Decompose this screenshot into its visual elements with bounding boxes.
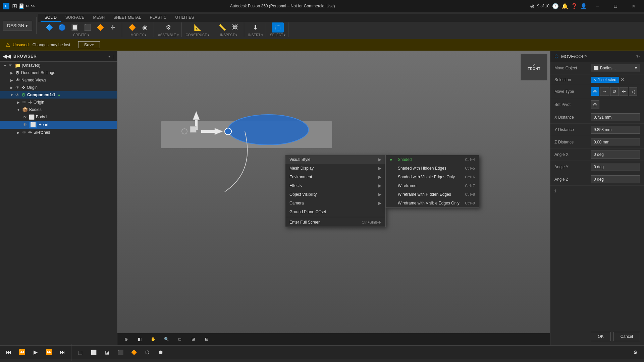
- set-pivot-btn[interactable]: ⊕: [591, 100, 599, 109]
- expand-named-views[interactable]: ▶: [9, 78, 14, 82]
- tree-item-heart[interactable]: 👁 ⬜ Heart: [0, 121, 117, 129]
- save-button[interactable]: Save: [78, 41, 100, 48]
- vp-pan-btn[interactable]: ✋: [147, 336, 159, 343]
- playback-prev[interactable]: ⏪: [16, 348, 28, 357]
- submenu-shaded[interactable]: ● Shaded Ctrl+4: [386, 155, 479, 164]
- tree-item-origin-comp[interactable]: ▶ 👁 ✛ Origin: [0, 99, 117, 106]
- browser-collapse-btn[interactable]: ◀◀: [3, 53, 11, 59]
- z-distance-input[interactable]: [591, 138, 640, 146]
- user-icon[interactable]: 👤: [580, 3, 587, 9]
- browser-expand-icon[interactable]: |: [113, 54, 114, 59]
- selection-clear-btn[interactable]: ✕: [621, 76, 625, 83]
- ctx-visual-style[interactable]: Visual Style ▶: [285, 155, 385, 164]
- clock-icon[interactable]: 🕐: [552, 3, 559, 9]
- help-icon[interactable]: ❓: [571, 3, 578, 9]
- modify-2[interactable]: ◉: [139, 22, 151, 33]
- expand-origin-top[interactable]: ▶: [9, 85, 14, 90]
- eye-unsaved[interactable]: 👁: [9, 63, 13, 68]
- ctx-environment[interactable]: Environment ▶: [285, 173, 385, 181]
- menu-icon[interactable]: ⊞: [12, 2, 17, 10]
- submenu-wireframe[interactable]: Wireframe Ctrl+7: [386, 181, 479, 190]
- vp-snap-btn[interactable]: ⊕: [120, 336, 132, 343]
- timeline-btn1[interactable]: ⬚: [74, 348, 86, 356]
- vp-display2-btn[interactable]: ⊟: [201, 336, 213, 343]
- construct-1[interactable]: 📐: [192, 22, 204, 33]
- tab-utilities[interactable]: UTILITIES: [171, 14, 198, 22]
- tree-item-bodies[interactable]: ▼ 📦 Bodies: [0, 106, 117, 113]
- tab-surface[interactable]: SURFACE: [61, 14, 89, 22]
- submenu-shaded-hidden[interactable]: Shaded with Hidden Edges Ctrl+5: [386, 164, 479, 173]
- tree-item-sketches[interactable]: ▶ 👁 ✏ Sketches: [0, 129, 117, 136]
- tab-mesh[interactable]: MESH: [89, 14, 109, 22]
- ctx-ground-plane[interactable]: Ground Plane Offset: [285, 207, 385, 216]
- panel-expand-icon[interactable]: ≫: [636, 54, 640, 59]
- submenu-wireframe-hidden[interactable]: Wireframe with Hidden Edges Ctrl+8: [386, 190, 479, 199]
- inspect-1[interactable]: 📏: [216, 22, 228, 33]
- view-cube[interactable]: Z FRONT: [521, 54, 547, 80]
- timeline-btn4[interactable]: ⬛: [114, 348, 126, 356]
- browser-settings-icon[interactable]: ●: [108, 54, 111, 59]
- ok-button[interactable]: OK: [591, 332, 610, 341]
- playback-next[interactable]: ⏩: [43, 348, 55, 357]
- expand-bodies[interactable]: ▼: [16, 107, 21, 112]
- timeline-btn7[interactable]: ⬢: [155, 348, 167, 356]
- inspect-2[interactable]: 🖼: [229, 22, 241, 33]
- vp-display-btn[interactable]: □: [174, 336, 186, 343]
- tree-item-component1[interactable]: ▼ 👁 ⚙ Component1:1 ●: [0, 91, 117, 99]
- ctx-mesh-display[interactable]: Mesh Display ▶: [285, 164, 385, 173]
- y-distance-input[interactable]: [591, 126, 640, 134]
- minimize-btn[interactable]: ─: [590, 0, 605, 12]
- eye-component1[interactable]: 👁: [15, 93, 19, 97]
- tab-sheet-metal[interactable]: SHEET METAL: [109, 14, 145, 22]
- expand-sketches[interactable]: ▶: [16, 130, 21, 135]
- cancel-button[interactable]: Cancel: [613, 332, 640, 341]
- submenu-shaded-visible[interactable]: Shaded with Visible Edges Only Ctrl+6: [386, 173, 479, 181]
- ctx-camera[interactable]: Camera ▶: [285, 199, 385, 207]
- create-revolve[interactable]: 🔵: [56, 22, 68, 33]
- angle2-input[interactable]: [591, 163, 640, 171]
- create-6[interactable]: ✛: [107, 22, 119, 33]
- create-5[interactable]: 🔶: [94, 22, 106, 33]
- tab-solid[interactable]: SOLID: [41, 14, 61, 22]
- select-1[interactable]: ⬚: [272, 22, 284, 33]
- undo-btn[interactable]: ↩: [25, 3, 30, 9]
- expand-doc[interactable]: ▶: [9, 70, 14, 75]
- ctx-object-visibility[interactable]: Object Visibility ▶: [285, 190, 385, 199]
- tab-plastic[interactable]: PLASTIC: [146, 14, 170, 22]
- vp-grid2-btn[interactable]: ⊞: [187, 336, 199, 343]
- tree-item-origin-top[interactable]: ▶ 👁 ✛ Origin: [0, 84, 117, 91]
- playback-play[interactable]: ▶: [30, 348, 42, 357]
- tree-item-body1[interactable]: 👁 ⬜ Body1: [0, 113, 117, 121]
- insert-1[interactable]: ⬇: [250, 22, 262, 33]
- settings-btn[interactable]: ⚙: [629, 348, 641, 356]
- eye-origin-top[interactable]: 👁: [15, 85, 19, 90]
- move-type-align[interactable]: ◁: [629, 87, 637, 96]
- design-menu-btn[interactable]: DESIGN ▾: [3, 21, 32, 31]
- redo-btn[interactable]: ↪: [31, 3, 35, 9]
- vp-grid-btn[interactable]: ◧: [133, 336, 146, 343]
- timeline-btn5[interactable]: 🔶: [128, 348, 140, 356]
- nav-add[interactable]: ⊕: [530, 3, 534, 9]
- maximize-btn[interactable]: □: [608, 0, 623, 12]
- playback-start[interactable]: ⏮: [3, 348, 15, 357]
- assemble-1[interactable]: ⚙: [162, 22, 174, 33]
- eye-sketches[interactable]: 👁: [22, 130, 26, 135]
- file-menu[interactable]: 💾: [18, 3, 24, 9]
- ctx-effects[interactable]: Effects ▶: [285, 181, 385, 190]
- create-extrude[interactable]: 🔷: [43, 22, 55, 33]
- bell-icon[interactable]: 🔔: [561, 3, 568, 9]
- move-type-axis[interactable]: ↺: [610, 87, 619, 96]
- timeline-btn2[interactable]: ⬜: [88, 348, 100, 356]
- move-type-point[interactable]: ✛: [620, 87, 628, 96]
- angle1-input[interactable]: [591, 150, 640, 159]
- timeline-btn3[interactable]: ◪: [101, 348, 113, 356]
- tree-item-doc-settings[interactable]: ▶ ⚙ Document Settings: [0, 69, 117, 76]
- expand-unsaved[interactable]: ▼: [3, 63, 7, 68]
- vp-zoom-btn[interactable]: 🔍: [160, 336, 172, 343]
- create-3[interactable]: 🔲: [69, 22, 81, 33]
- x-distance-input[interactable]: [591, 113, 640, 121]
- submenu-wireframe-visible[interactable]: Wireframe with Visible Edges Only Ctrl+9: [386, 199, 479, 207]
- expand-origin-comp[interactable]: ▶: [16, 100, 21, 105]
- timeline-btn6[interactable]: ⬡: [141, 348, 153, 356]
- tree-item-unsaved[interactable]: ▼ 👁 📁 (Unsaved): [0, 62, 117, 69]
